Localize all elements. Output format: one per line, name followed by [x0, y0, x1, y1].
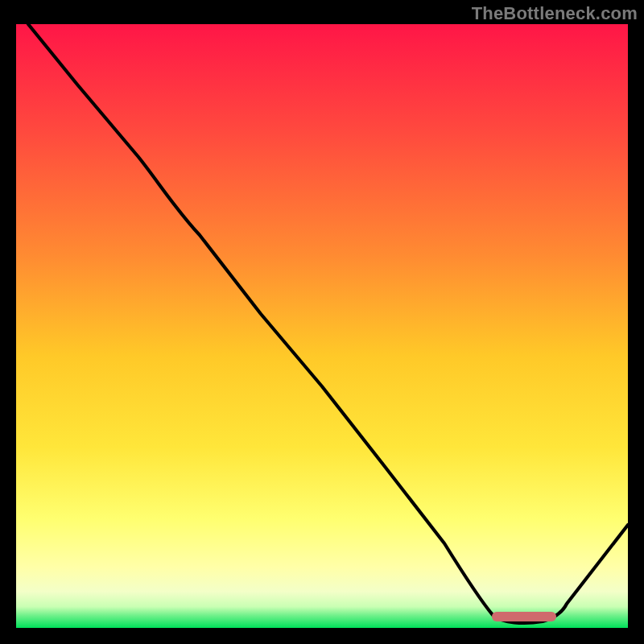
plot-svg	[16, 24, 628, 628]
gradient-background	[16, 24, 628, 628]
plot-area	[16, 24, 628, 628]
optimum-range-marker	[492, 612, 556, 621]
watermark-text: TheBottleneck.com	[472, 3, 638, 24]
chart-frame: TheBottleneck.com	[0, 0, 644, 644]
